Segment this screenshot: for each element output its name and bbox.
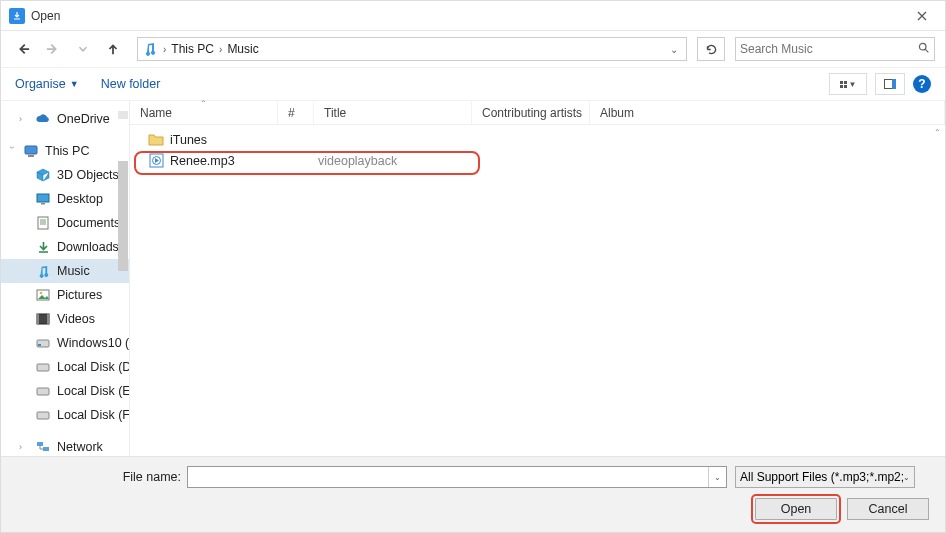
new-folder-button[interactable]: New folder: [101, 77, 161, 91]
sidebar-label: OneDrive: [57, 112, 110, 126]
file-row-folder[interactable]: iTunes: [130, 129, 945, 150]
file-name: iTunes: [170, 133, 282, 147]
search-box[interactable]: [735, 37, 935, 61]
sidebar-item-pictures[interactable]: Pictures: [1, 283, 129, 307]
chevron-down-icon: ▼: [70, 79, 79, 89]
sort-ascending-icon: ⌃: [200, 99, 207, 108]
filetype-filter[interactable]: All Support Files (*.mp3;*.mp2;* ⌄: [735, 466, 915, 488]
back-button[interactable]: [11, 37, 35, 61]
disk-icon: [35, 335, 51, 351]
sidebar-scrollbar[interactable]: [117, 101, 129, 457]
nav-row: › This PC › Music ⌄: [1, 31, 945, 67]
file-list: Name ⌃ # Title Contributing artists Albu…: [129, 101, 945, 457]
filename-dropdown[interactable]: ⌄: [708, 467, 726, 487]
refresh-button[interactable]: [697, 37, 725, 61]
filename-input[interactable]: ⌄: [187, 466, 727, 488]
sidebar-label: 3D Objects: [57, 168, 119, 182]
scroll-caret-icon: ⌃: [931, 127, 943, 137]
recent-dropdown[interactable]: [71, 37, 95, 61]
disk-icon: [35, 359, 51, 375]
breadcrumb-thispc[interactable]: This PC: [169, 42, 216, 56]
svg-rect-13: [37, 364, 49, 371]
sidebar-item-thispc[interactable]: › This PC: [1, 139, 129, 163]
downloads-icon: [35, 239, 51, 255]
pictures-icon: [35, 287, 51, 303]
filename-label: File name:: [1, 470, 187, 484]
svg-rect-5: [38, 217, 48, 229]
sidebar-label: Downloads: [57, 240, 119, 254]
file-rows: ⌃ iTunes Renee.mp3 videoplayback: [130, 125, 945, 457]
sidebar-item-videos[interactable]: Videos: [1, 307, 129, 331]
column-name[interactable]: Name ⌃: [130, 101, 278, 124]
file-title: videoplayback: [318, 154, 478, 168]
close-button[interactable]: [899, 1, 945, 31]
svg-point-0: [919, 43, 926, 50]
sidebar-item-diskd[interactable]: Local Disk (D: [1, 355, 129, 379]
help-button[interactable]: ?: [913, 75, 931, 93]
column-title[interactable]: Title: [314, 101, 472, 124]
sidebar-label: Network: [57, 440, 103, 454]
sidebar-item-onedrive[interactable]: › OneDrive: [1, 107, 129, 131]
column-artists[interactable]: Contributing artists: [472, 101, 590, 124]
svg-rect-17: [43, 447, 49, 451]
open-button[interactable]: Open: [755, 498, 837, 520]
column-headers[interactable]: Name ⌃ # Title Contributing artists Albu…: [130, 101, 945, 125]
organise-label: Organise: [15, 77, 66, 91]
chevron-right-icon: ›: [19, 114, 29, 124]
breadcrumb-music[interactable]: Music: [225, 42, 260, 56]
file-row-mp3[interactable]: Renee.mp3 videoplayback: [130, 150, 945, 171]
window-title: Open: [31, 9, 899, 23]
videos-icon: [35, 311, 51, 327]
disk-icon: [35, 383, 51, 399]
chevron-down-icon: ▼: [849, 80, 857, 89]
svg-rect-9: [37, 314, 39, 324]
chevron-right-icon: ›: [216, 44, 225, 55]
sidebar-label: Documents: [57, 216, 120, 230]
up-button[interactable]: [101, 37, 125, 61]
svg-rect-14: [37, 388, 49, 395]
sidebar-item-3dobjects[interactable]: 3D Objects: [1, 163, 129, 187]
music-icon: [142, 41, 158, 57]
sidebar-item-downloads[interactable]: Downloads: [1, 235, 129, 259]
title-bar: Open: [1, 1, 945, 31]
sidebar-item-windows10[interactable]: Windows10 (: [1, 331, 129, 355]
svg-rect-2: [28, 155, 34, 157]
sidebar-item-documents[interactable]: Documents: [1, 211, 129, 235]
svg-rect-3: [37, 194, 49, 202]
column-album[interactable]: Album: [590, 101, 945, 124]
bottom-panel: File name: ⌄ All Support Files (*.mp3;*.…: [1, 456, 945, 532]
documents-icon: [35, 215, 51, 231]
view-mode-button[interactable]: ▼: [829, 73, 867, 95]
svg-rect-15: [37, 412, 49, 419]
preview-pane-button[interactable]: [875, 73, 905, 95]
svg-rect-4: [41, 203, 45, 205]
sidebar-item-diske[interactable]: Local Disk (E:: [1, 379, 129, 403]
chevron-right-icon: ›: [19, 442, 29, 452]
svg-rect-16: [37, 442, 43, 446]
sidebar-label: Pictures: [57, 288, 102, 302]
chevron-down-icon: ⌄: [903, 473, 910, 482]
sidebar-item-music[interactable]: Music: [1, 259, 129, 283]
column-num[interactable]: #: [278, 101, 314, 124]
organise-menu[interactable]: Organise ▼: [15, 77, 79, 91]
sidebar-item-diskf[interactable]: Local Disk (F:: [1, 403, 129, 427]
address-bar[interactable]: › This PC › Music ⌄: [137, 37, 687, 61]
main-area: › OneDrive › This PC 3D Objects Desktop …: [1, 101, 945, 457]
column-label: Name: [140, 106, 172, 120]
search-input[interactable]: [740, 42, 917, 56]
forward-button[interactable]: [41, 37, 65, 61]
svg-rect-12: [38, 344, 41, 346]
filter-label: All Support Files (*.mp3;*.mp2;*: [740, 470, 903, 484]
cancel-button[interactable]: Cancel: [847, 498, 929, 520]
svg-point-7: [40, 292, 43, 295]
network-icon: [35, 439, 51, 455]
sidebar-label: Videos: [57, 312, 95, 326]
sidebar-label: Desktop: [57, 192, 103, 206]
sidebar-item-desktop[interactable]: Desktop: [1, 187, 129, 211]
disk-icon: [35, 407, 51, 423]
sidebar-item-network[interactable]: › Network: [1, 435, 129, 457]
audio-file-icon: [148, 153, 164, 169]
folder-icon: [148, 132, 164, 148]
app-icon: [9, 8, 25, 24]
address-dropdown[interactable]: ⌄: [666, 44, 682, 55]
